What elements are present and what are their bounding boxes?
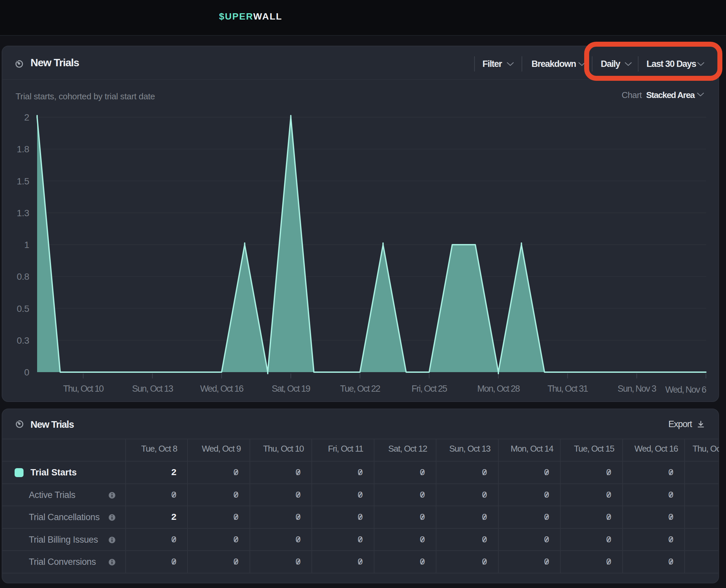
svg-text:Wed, Oct 16: Wed, Oct 16 [200, 384, 244, 394]
svg-text:Sat, Oct 19: Sat, Oct 19 [272, 384, 310, 394]
svg-text:0.3: 0.3 [17, 335, 29, 345]
svg-text:Wed, Nov 6: Wed, Nov 6 [665, 385, 706, 395]
svg-text:Tue, Oct 22: Tue, Oct 22 [340, 384, 380, 394]
svg-text:1.3: 1.3 [17, 208, 29, 218]
svg-text:0: 0 [24, 367, 29, 377]
svg-text:Sun, Nov 3: Sun, Nov 3 [618, 384, 656, 394]
svg-text:Thu, Oct 31: Thu, Oct 31 [547, 384, 588, 394]
svg-text:0.8: 0.8 [17, 272, 29, 282]
svg-text:1.5: 1.5 [17, 176, 29, 186]
svg-text:1.8: 1.8 [17, 144, 29, 154]
svg-text:1: 1 [24, 240, 29, 250]
svg-text:Thu, Oct 10: Thu, Oct 10 [63, 384, 104, 394]
svg-text:Mon, Oct 28: Mon, Oct 28 [477, 384, 520, 394]
svg-text:Sun, Oct 13: Sun, Oct 13 [132, 384, 173, 394]
svg-text:Fri, Oct 25: Fri, Oct 25 [411, 384, 447, 394]
svg-text:2: 2 [24, 112, 29, 123]
svg-text:0.5: 0.5 [17, 303, 29, 314]
